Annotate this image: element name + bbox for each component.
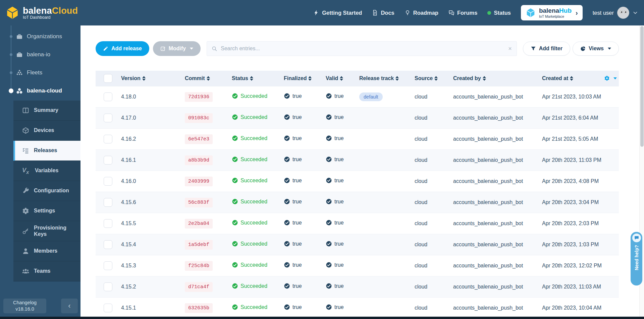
sidebar-item-releases[interactable]: Releases [13,141,80,161]
table-row[interactable]: 4.17.0 091083c Succeeded true true cloud… [96,107,619,128]
table-row[interactable]: 4.15.5 2e2ba04 Succeeded true true cloud… [96,213,619,234]
table-row[interactable]: 4.16.1 a8b3b9d Succeeded true true cloud… [96,149,619,171]
table-row[interactable]: 4.15.6 56c883f Succeeded true true cloud… [96,192,619,213]
need-help-button[interactable]: Need help? [631,232,642,285]
sidebar-item-members[interactable]: Members [13,241,80,261]
sidebar-item-configuration[interactable]: Configuration [13,181,80,201]
status-cell: Succeeded [230,213,282,234]
row-checkbox[interactable] [104,240,112,249]
success-check-icon [232,156,238,163]
add-release-button[interactable]: Add release [96,41,149,56]
table-row[interactable]: 4.15.2 d71ca4f Succeeded true true cloud… [96,276,619,297]
valid-cell: true [324,276,357,297]
true-check-icon [326,304,332,310]
sidebar: Organizations balena-io Fleets balena-cl… [0,25,80,317]
sidebar-item-variables[interactable]: Vx Variables [13,161,80,181]
sidebar-item-organizations[interactable]: Organizations [0,27,80,46]
briefcase-icon [16,51,23,58]
status-cell: Succeeded [230,171,282,192]
row-checkbox[interactable] [104,156,112,165]
source-cell: cloud [413,149,451,171]
commit-badge: a8b3b9d [185,155,213,165]
row-checkbox[interactable] [104,261,112,270]
true-check-icon [284,177,290,184]
commit-badge: 56c883f [185,198,213,207]
column-settings-gear-icon[interactable] [604,75,610,81]
top-navigation: Getting Started Docs Roadmap Forums Stat… [313,5,638,20]
row-checkbox[interactable] [104,219,112,228]
table-row[interactable]: 4.16.0 2403999 Succeeded true true cloud… [96,171,619,192]
changelog-button[interactable]: Changelog v18.16.0 [3,299,46,313]
search-input[interactable] [221,46,505,52]
release-track-cell [357,234,413,255]
nav-roadmap[interactable]: Roadmap [405,10,438,16]
row-checkbox[interactable] [104,198,112,207]
table-row[interactable]: 4.18.0 72d1936 Succeeded true true defau… [96,86,619,107]
true-check-icon [284,262,290,268]
top-header: balenaCloud IoT Dashboard Getting Starte… [0,0,644,25]
column-header-release-track[interactable]: Release track [357,71,413,86]
nav-docs[interactable]: Docs [372,10,394,16]
column-header-created-by[interactable]: Created by [451,71,540,86]
success-check-icon [232,198,238,205]
nav-status[interactable]: Status [487,10,511,16]
created-at-cell: Apr 20th 2023, 11:03 AM [540,276,602,297]
column-header-valid[interactable]: Valid [324,71,357,86]
column-header-status[interactable]: Status [230,71,282,86]
user-menu[interactable]: test user [593,7,638,19]
lightbulb-icon [405,10,411,16]
row-checkbox[interactable] [104,114,112,122]
commit-badge: f25c84b [185,261,213,271]
status-cell: Succeeded [230,107,282,128]
table-header-row: Version Commit Status Finalized Valid Re… [96,71,619,86]
table-row[interactable]: 4.15.3 f25c84b Succeeded true true cloud… [96,255,619,276]
row-checkbox[interactable] [104,304,112,312]
pencil-icon [103,46,108,51]
views-button[interactable]: Views [573,42,619,56]
success-check-icon [232,135,238,141]
column-header-source[interactable]: Source [413,71,451,86]
app: balenaCloud IoT Dashboard Getting Starte… [0,0,644,319]
balena-cloud-logo[interactable]: balenaCloud IoT Dashboard [5,6,78,20]
table-row[interactable]: 4.15.4 1a5debf Succeeded true true cloud… [96,234,619,255]
sidebar-collapse-button[interactable]: ‹ [61,299,78,313]
created-at-cell: Apr 20th 2023, 1:03 PM [540,234,602,255]
clear-search-icon[interactable]: × [508,45,512,52]
column-header-created-at[interactable]: Created at [540,71,602,86]
row-checkbox[interactable] [104,282,112,291]
nav-getting-started[interactable]: Getting Started [313,10,362,16]
sidebar-item-balena-cloud[interactable]: balena-cloud [0,82,80,100]
table-row[interactable]: 4.15.1 632635b Succeeded true true cloud… [96,297,619,318]
modify-button[interactable]: Modify [153,41,201,56]
source-cell: cloud [413,213,451,234]
sidebar-item-fleets[interactable]: Fleets [0,64,80,82]
chevron-down-icon [633,10,638,15]
column-header-finalized[interactable]: Finalized [282,71,324,86]
add-filter-button[interactable]: Add filter [523,42,570,56]
chevron-down-icon[interactable] [613,77,617,79]
row-checkbox[interactable] [104,92,112,101]
created-at-cell: Apr 20th 2023, 11:03 PM [540,149,602,171]
sidebar-item-teams[interactable]: Teams [13,261,80,281]
nav-forums[interactable]: Forums [448,10,478,16]
scrollbar-thumb[interactable] [640,26,644,147]
avatar [617,7,629,19]
row-checkbox[interactable] [104,177,112,186]
column-header-commit[interactable]: Commit [183,71,230,86]
version-cell: 4.15.5 [119,213,183,234]
row-checkbox[interactable] [104,135,112,143]
hub-wordmark: balenaHub [539,7,572,14]
status-dot-icon [487,11,491,15]
column-header-version[interactable]: Version [119,71,183,86]
sidebar-item-provisioning-keys[interactable]: Provisioning Keys [13,221,80,241]
sidebar-item-summary[interactable]: Summary [13,101,80,121]
balena-hub-button[interactable]: balenaHub IoT Marketplace › [521,5,583,20]
release-track-badge: default [359,92,383,101]
sidebar-item-settings[interactable]: Settings [13,201,80,221]
true-check-icon [284,198,290,205]
table-row[interactable]: 4.16.2 6e547e3 Succeeded true true cloud… [96,128,619,149]
source-cell: cloud [413,276,451,297]
sidebar-item-devices[interactable]: Devices [13,121,80,141]
select-all-checkbox[interactable] [104,74,112,83]
sidebar-item-balena-io[interactable]: balena-io [0,46,80,64]
